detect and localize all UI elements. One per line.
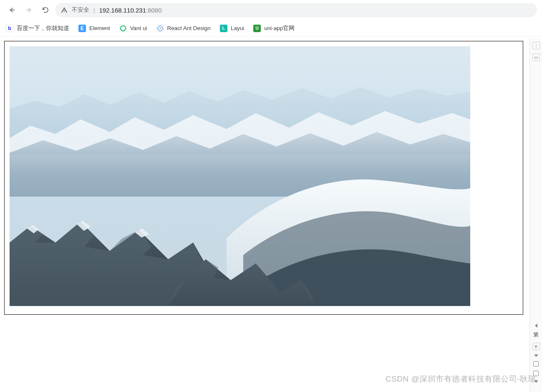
- checkbox[interactable]: [533, 371, 539, 376]
- chevron-left-icon[interactable]: [535, 324, 537, 328]
- bookmark-vant[interactable]: Vant ui: [119, 25, 147, 32]
- bookmark-element[interactable]: E Element: [78, 25, 110, 32]
- bookmarks-bar: b 百度一下，你就知道 E Element Vant ui React Ant …: [0, 20, 542, 37]
- layui-icon: L: [220, 25, 227, 32]
- back-button[interactable]: [5, 3, 19, 17]
- strip-item[interactable]: ⎘: [532, 343, 540, 350]
- bookmark-label: Vant ui: [130, 25, 147, 31]
- bookmark-uniapp[interactable]: U uni-app官网: [253, 25, 295, 32]
- chevron-down-icon[interactable]: [534, 380, 538, 383]
- forward-button[interactable]: [22, 3, 36, 17]
- bookmark-label: React Ant Design: [167, 25, 211, 31]
- strip-item[interactable]: ▭: [532, 53, 540, 61]
- insecure-warning-icon: [61, 7, 68, 13]
- strip-label: 第: [533, 331, 539, 339]
- arrow-left-icon: [8, 6, 16, 14]
- element-icon: E: [78, 25, 86, 32]
- image-container: [4, 41, 523, 315]
- bookmark-layui[interactable]: L Layui: [220, 25, 244, 32]
- insecure-label: 不安全: [72, 6, 89, 14]
- reload-button[interactable]: [38, 3, 53, 17]
- address-separator: |: [93, 7, 95, 13]
- browser-toolbar: 不安全 | 192.168.110.231:8080: [0, 0, 542, 20]
- bookmark-label: 百度一下，你就知道: [17, 25, 69, 32]
- mountain-image: [10, 46, 470, 306]
- antd-icon: [156, 25, 164, 32]
- strip-item[interactable]: ⋮: [532, 42, 540, 49]
- bookmark-label: Layui: [231, 25, 244, 31]
- checkbox[interactable]: [533, 361, 539, 367]
- address-port: :8080: [146, 7, 162, 14]
- vant-icon: [119, 25, 127, 32]
- arrow-right-icon: [25, 6, 33, 14]
- reload-icon: [42, 6, 49, 14]
- bookmark-label: Element: [89, 25, 110, 31]
- bookmark-label: uni-app官网: [264, 25, 295, 32]
- bookmark-baidu[interactable]: b 百度一下，你就知道: [6, 25, 69, 32]
- address-bar[interactable]: 不安全 | 192.168.110.231:8080: [55, 3, 537, 17]
- page-content: [0, 37, 542, 319]
- watermark-text: CSDN @深圳市有德者科技有限公司-耿瑞: [386, 374, 536, 384]
- svg-point-2: [159, 28, 160, 28]
- baidu-icon: b: [6, 25, 13, 32]
- right-tool-strip: ⋮ ▭ 第 ⎘: [529, 38, 542, 392]
- svg-point-0: [121, 26, 126, 31]
- uniapp-icon: U: [253, 25, 261, 32]
- address-text: 192.168.110.231:8080: [99, 7, 161, 14]
- chevron-down-icon[interactable]: [534, 354, 538, 357]
- address-host: 192.168.110.231: [99, 7, 146, 14]
- bookmark-antd[interactable]: React Ant Design: [156, 25, 211, 32]
